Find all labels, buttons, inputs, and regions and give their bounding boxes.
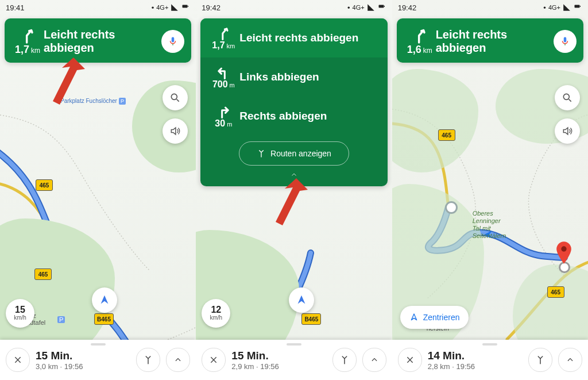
- eta-time: 15 Min.: [36, 350, 130, 362]
- bottom-bar[interactable]: 15 Min. 3,0 km · 19:56: [0, 340, 196, 380]
- direction-step[interactable]: 700m Links abbiegen: [200, 57, 387, 97]
- chevron-up-icon: [370, 356, 378, 364]
- speed-unit: km/h: [210, 314, 222, 321]
- routes-button[interactable]: [528, 348, 552, 372]
- expand-button[interactable]: [558, 348, 582, 372]
- status-time: 19:41: [6, 3, 25, 12]
- close-icon: [405, 355, 415, 364]
- eta-block: 14 Min. 2,8 km · 19:56: [422, 350, 528, 371]
- battery-icon: [181, 4, 190, 11]
- search-icon: [169, 92, 181, 103]
- signal-icon: [171, 3, 179, 11]
- road-shield: 465: [547, 286, 564, 298]
- status-dot-icon: •: [152, 3, 154, 12]
- direction-banner[interactable]: 1,6km Leicht rechts abbiegen: [397, 18, 583, 63]
- nav-arrow-icon: [98, 294, 111, 306]
- expand-button[interactable]: [362, 348, 386, 372]
- recenter-button[interactable]: Zentrieren: [400, 306, 469, 329]
- svg-marker-2: [53, 57, 85, 105]
- speed-chip: 12 km/h: [202, 299, 230, 328]
- recenter-icon: [409, 313, 419, 322]
- speed-unit: km/h: [14, 314, 26, 321]
- svg-point-10: [563, 94, 569, 99]
- eta-time: 14 Min.: [428, 350, 523, 362]
- poi-parking-icon: P: [57, 316, 65, 323]
- destination-pin-icon: [556, 241, 572, 267]
- status-right: • 4G+: [543, 3, 582, 12]
- close-button[interactable]: [202, 348, 226, 372]
- turn-left-icon: 700m: [207, 64, 239, 90]
- direction-step-primary[interactable]: 1,7km Leicht rechts abbiegen: [200, 18, 387, 57]
- eta-block: 15 Min. 2,9 km · 19:56: [226, 350, 332, 371]
- status-time: 19:42: [202, 3, 220, 12]
- signal-icon: [563, 3, 571, 11]
- bottom-bar[interactable]: 14 Min. 2,8 km · 19:56: [392, 340, 588, 380]
- network-indicator: 4G+: [353, 5, 365, 11]
- nav-arrow-icon: [295, 294, 308, 306]
- eta-detail: 2,8 km · 19:56: [428, 362, 523, 371]
- grip-handle[interactable]: [287, 343, 301, 346]
- road-shield: 465: [438, 129, 455, 141]
- speed-chip: 15 km/h: [6, 299, 34, 328]
- svg-point-3: [172, 94, 177, 99]
- road-shield: B465: [301, 313, 321, 325]
- show-routes-label: Routen anzeigen: [270, 149, 331, 158]
- svg-rect-4: [378, 5, 384, 8]
- recenter-label: Zentrieren: [423, 313, 460, 322]
- turn-distance: 1,6km: [407, 44, 432, 56]
- network-indicator: 4G+: [156, 5, 168, 11]
- direction-banner[interactable]: 1,7km Leicht rechts abbiegen: [5, 18, 191, 63]
- direction-step[interactable]: 30m Rechts abbiegen: [200, 97, 387, 136]
- status-right: • 4G+: [347, 3, 386, 12]
- close-button[interactable]: [6, 348, 30, 372]
- directions-expanded[interactable]: 1,7km Leicht rechts abbiegen 700m Links …: [200, 18, 387, 186]
- screenshot-panel-3: 465 465 Oberes Lenninger Tal mit Seitent…: [392, 0, 588, 380]
- map-area-label: Oberes Lenninger Tal mit Seitentälern: [473, 210, 506, 240]
- battery-icon: [573, 4, 582, 11]
- svg-marker-6: [276, 178, 308, 225]
- routes-icon: [339, 355, 350, 365]
- annotation-arrow-icon: [268, 178, 308, 232]
- eta-detail: 3,0 km · 19:56: [36, 362, 130, 371]
- svg-rect-9: [580, 6, 581, 7]
- screenshot-panel-2: B465 19:42 • 4G+ 1,7km Leicht rechts abb…: [196, 0, 392, 380]
- direction-text: Rechts abbiegen: [239, 110, 380, 122]
- close-icon: [13, 355, 22, 364]
- chevron-up-icon: [566, 356, 574, 364]
- close-icon: [209, 355, 218, 364]
- sound-button[interactable]: [555, 118, 580, 144]
- status-dot-icon: •: [347, 3, 350, 12]
- routes-button[interactable]: [136, 348, 160, 372]
- turn-right-icon: 30m: [207, 103, 239, 129]
- turn-slight-right-icon: 1,7km: [11, 26, 44, 56]
- mic-button[interactable]: [554, 30, 577, 53]
- status-bar: 19:42 • 4G+: [392, 0, 588, 15]
- routes-icon: [143, 355, 153, 365]
- eta-time: 15 Min.: [231, 350, 326, 362]
- sound-button[interactable]: [163, 118, 188, 144]
- svg-rect-1: [188, 6, 188, 7]
- routes-icon: [535, 355, 546, 365]
- network-indicator: 4G+: [548, 5, 560, 11]
- turn-slight-right-icon: 1,6km: [404, 26, 436, 56]
- turn-slight-right-icon: 1,7km: [207, 25, 239, 51]
- signal-icon: [367, 3, 375, 11]
- expand-button[interactable]: [166, 348, 190, 372]
- road-shield: 465: [36, 179, 53, 191]
- routes-button[interactable]: [332, 348, 357, 372]
- show-routes-button[interactable]: Routen anzeigen: [239, 141, 349, 166]
- eta-block: 15 Min. 3,0 km · 19:56: [30, 350, 136, 371]
- bottom-bar[interactable]: 15 Min. 2,9 km · 19:56: [196, 340, 392, 380]
- svg-rect-8: [574, 5, 579, 8]
- direction-text: Leicht rechts abbiegen: [239, 32, 380, 44]
- close-button[interactable]: [398, 348, 422, 372]
- status-time: 19:42: [398, 3, 417, 12]
- screenshot-panel-1: 465 465 Parkplatz FuchslöcherP kplatz La…: [0, 0, 196, 380]
- eta-detail: 2,9 km · 19:56: [231, 362, 326, 371]
- grip-handle[interactable]: [91, 343, 106, 346]
- search-button[interactable]: [555, 85, 580, 110]
- svg-rect-5: [384, 6, 385, 7]
- mic-button[interactable]: [161, 30, 184, 53]
- search-button[interactable]: [163, 85, 188, 110]
- grip-handle[interactable]: [482, 343, 497, 346]
